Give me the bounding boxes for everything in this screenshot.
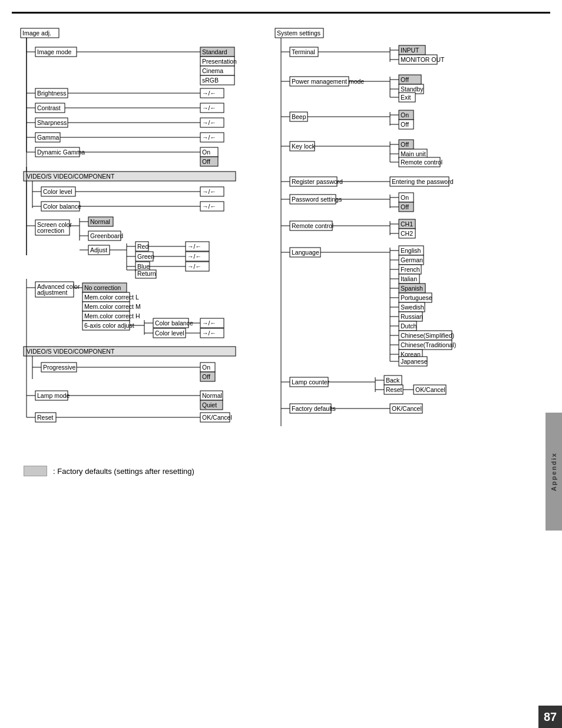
- terminal-label: Terminal: [292, 48, 315, 55]
- right-panel: System settings Terminal INPUT MONITOR O…: [272, 25, 544, 439]
- progressive-label: Progressive: [43, 364, 76, 371]
- sharpness-value: →/←: [202, 119, 216, 126]
- key-lock-off: Off: [401, 141, 409, 148]
- gamma-label: Gamma: [37, 134, 59, 141]
- factory-defaults-value: OK/Cancel: [392, 405, 422, 412]
- appendix-sidebar: Appendix: [546, 413, 562, 531]
- mem-color-l: Mem.color correct L: [84, 294, 139, 301]
- lang-portuguese: Portuguese: [401, 294, 432, 301]
- red-value: →/←: [187, 243, 201, 250]
- advanced-color-adj: adjustment: [37, 289, 67, 296]
- key-lock-remote: Remote control: [401, 159, 442, 166]
- image-mode-srgb: sRGB: [202, 77, 219, 84]
- progressive-on: On: [202, 364, 210, 371]
- terminal-input: INPUT: [401, 47, 419, 54]
- password-on: On: [401, 194, 409, 201]
- mem-color-h: Mem.color correct H: [84, 312, 140, 319]
- lamp-counter-label: Lamp counter: [292, 378, 330, 386]
- image-mode-presentation: Presentation: [202, 58, 237, 65]
- lang-spanish: Spanish: [401, 285, 423, 292]
- contrast-label: Contrast: [37, 104, 61, 111]
- lang-chinese-traditional: Chinese(Traditional): [401, 341, 456, 348]
- remote-control-label: Remote control: [292, 222, 333, 229]
- six-axis-color-balance: Color balance: [155, 319, 193, 327]
- image-adj-label: Image adj.: [22, 29, 51, 37]
- register-password-value: Entering the password: [392, 178, 454, 185]
- key-lock-main-unit: Main unit: [401, 150, 426, 157]
- image-mode-label: Image mode: [37, 48, 72, 55]
- language-label: Language: [292, 249, 319, 256]
- lang-dutch: Dutch: [401, 322, 417, 330]
- legend-section: : Factory defaults (settings after reset…: [12, 460, 550, 482]
- password-off: Off: [401, 203, 409, 210]
- lamp-counter-back: Back: [386, 377, 400, 384]
- page-container: Image adj. Image mode Standard Presentat…: [0, 0, 562, 728]
- color-balance-label: Color balance: [43, 203, 81, 210]
- progressive-off: Off: [202, 373, 210, 380]
- brightness-label: Brightness: [37, 90, 67, 97]
- image-mode-cinema: Cinema: [202, 67, 223, 74]
- reset-value: OK/Cancel: [202, 414, 232, 421]
- return-label: Return: [137, 270, 156, 277]
- video-section2-label: VIDEO/S VIDEO/COMPONENT: [27, 348, 115, 355]
- color-level-value: →/←: [202, 188, 216, 195]
- lang-swedish: Swedish: [401, 304, 424, 311]
- beep-on: On: [401, 111, 409, 118]
- six-axis-color-level-value: →/←: [202, 330, 216, 337]
- register-password-label: Register password: [292, 178, 343, 185]
- lang-italian: Italian: [401, 275, 417, 282]
- brightness-value: →/←: [202, 90, 216, 97]
- page-number-box: 87: [538, 706, 562, 728]
- right-diagram-svg: System settings Terminal INPUT MONITOR O…: [272, 25, 520, 438]
- lang-english: English: [401, 247, 421, 254]
- left-panel: Image adj. Image mode Standard Presentat…: [18, 25, 290, 439]
- system-settings-label: System settings: [277, 29, 320, 37]
- power-mgmt-standby: Standby: [401, 85, 424, 93]
- lang-french: French: [401, 266, 420, 273]
- lang-russian: Russian: [401, 313, 423, 320]
- lang-japanese: Japanese: [401, 358, 428, 365]
- dynamic-gamma-off: Off: [202, 158, 210, 165]
- remote-ch1: CH1: [401, 220, 413, 228]
- page-number: 87: [544, 710, 557, 724]
- lamp-mode-quiet: Quiet: [202, 401, 217, 409]
- password-settings-label: Password settings: [292, 196, 342, 203]
- remote-ch2: CH2: [401, 230, 413, 237]
- gamma-value: →/←: [202, 134, 216, 141]
- green-value: →/←: [187, 253, 201, 260]
- lamp-mode-normal: Normal: [202, 392, 222, 399]
- reset-label: Reset: [37, 414, 54, 421]
- red-label: Red: [137, 243, 148, 250]
- power-mgmt-exit: Exit: [401, 94, 411, 101]
- dynamic-gamma-label: Dynamic Gamma: [37, 149, 85, 156]
- six-axis-color-balance-value: →/←: [202, 319, 216, 327]
- image-mode-standard: Standard: [202, 48, 227, 55]
- color-level-label: Color level: [43, 188, 72, 195]
- legend-text: : Factory defaults (settings after reset…: [53, 467, 194, 476]
- power-mgmt-off: Off: [401, 76, 409, 83]
- contrast-value: →/←: [202, 104, 216, 111]
- terminal-monitor-out: MONITOR OUT: [401, 56, 445, 63]
- lamp-counter-reset: Reset: [386, 386, 402, 393]
- adjust-label: Adjust: [90, 246, 107, 253]
- blue-value: →/←: [187, 263, 201, 270]
- six-axis-color-level: Color level: [155, 330, 184, 337]
- key-lock-label: Key lock: [292, 143, 315, 150]
- video-section1-label: VIDEO/S VIDEO/COMPONENT: [27, 173, 115, 180]
- lamp-mode-label: Lamp mode: [37, 392, 70, 399]
- beep-label: Beep: [292, 113, 306, 120]
- color-balance-value: →/←: [202, 203, 216, 210]
- screen-color-normal: Normal: [90, 218, 110, 225]
- legend-color-box: [24, 466, 47, 476]
- lamp-counter-ok-cancel: OK/Cancel: [415, 386, 445, 393]
- factory-defaults-label: Factory defaults: [292, 405, 336, 412]
- beep-off: Off: [401, 121, 409, 128]
- screen-color-correction: correction: [37, 227, 64, 234]
- six-axis-label: 6-axis color adjust: [84, 322, 134, 329]
- top-bar: [12, 12, 550, 14]
- lang-german: German: [401, 256, 423, 263]
- sharpness-label: Sharpness: [37, 119, 67, 126]
- blue-label: Blue: [137, 263, 150, 270]
- lang-chinese-simplified: Chinese(Simplified): [401, 332, 454, 339]
- left-diagram-svg: Image adj. Image mode Standard Presentat…: [18, 25, 277, 426]
